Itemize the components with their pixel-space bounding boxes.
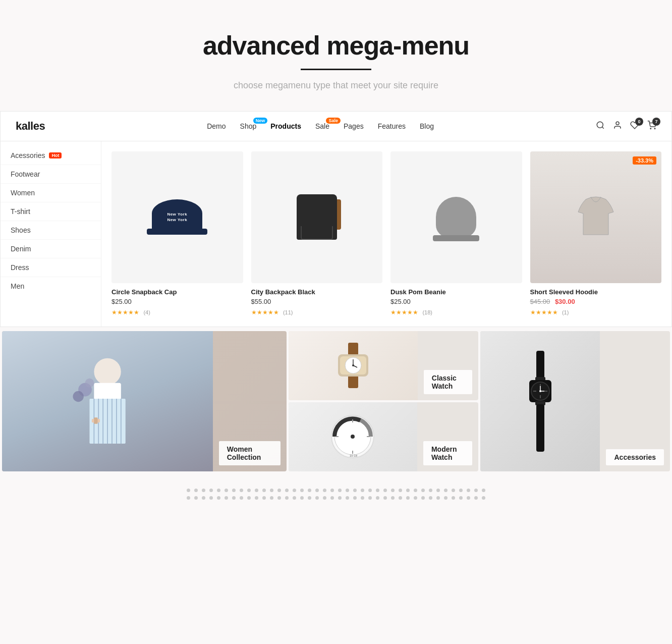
- pagination-dot[interactable]: [315, 496, 319, 500]
- pagination-dot[interactable]: [383, 496, 387, 500]
- pagination-dot[interactable]: [391, 496, 395, 500]
- pagination-dot[interactable]: [323, 496, 326, 500]
- nav-link-shop[interactable]: Shop: [240, 122, 257, 130]
- wishlist-icon[interactable]: 0: [630, 121, 639, 132]
- pagination-dot[interactable]: [308, 489, 311, 492]
- pagination-dot[interactable]: [459, 496, 463, 500]
- pagination-dot[interactable]: [361, 489, 364, 492]
- pagination-dot[interactable]: [406, 496, 410, 500]
- product-card-2[interactable]: City Backpack Black $55.00 ★★★★★ (11): [251, 151, 383, 316]
- pagination-dot[interactable]: [293, 489, 296, 492]
- pagination-dot[interactable]: [225, 489, 228, 492]
- nav-link-features[interactable]: Features: [378, 122, 406, 130]
- pagination-dot[interactable]: [436, 489, 440, 492]
- pagination-dot[interactable]: [368, 489, 372, 492]
- pagination-dot[interactable]: [232, 489, 236, 492]
- pagination-dot[interactable]: [277, 489, 281, 492]
- nav-item-pages[interactable]: Pages: [344, 122, 364, 131]
- pagination-dot[interactable]: [323, 489, 326, 492]
- user-icon[interactable]: [613, 121, 622, 132]
- pagination-dot[interactable]: [459, 489, 463, 492]
- pagination-dot[interactable]: [482, 489, 485, 492]
- pagination-dot[interactable]: [338, 496, 342, 500]
- pagination-dot[interactable]: [376, 489, 379, 492]
- pagination-dot[interactable]: [353, 489, 357, 492]
- banner-modern-watch[interactable]: 10·18 Modern Watch: [289, 402, 478, 471]
- pagination-dot[interactable]: [474, 489, 478, 492]
- cat-tshirt[interactable]: T-shirt: [1, 202, 101, 221]
- pagination-dot[interactable]: [346, 496, 349, 500]
- pagination-dot[interactable]: [247, 489, 251, 492]
- search-icon[interactable]: [596, 121, 605, 132]
- banner-accessories[interactable]: Accessories: [480, 331, 670, 471]
- pagination-dot[interactable]: [217, 489, 220, 492]
- pagination-dot[interactable]: [399, 489, 402, 492]
- nav-item-sale[interactable]: Sale Sale: [315, 122, 329, 131]
- pagination-dot[interactable]: [194, 489, 198, 492]
- product-card-3[interactable]: Dusk Pom Beanie $25.00 ★★★★★ (18): [390, 151, 522, 316]
- pagination-dot[interactable]: [277, 496, 281, 500]
- cat-accessories[interactable]: Acessories Hot: [1, 146, 101, 165]
- pagination-dot[interactable]: [399, 496, 402, 500]
- pagination-dot[interactable]: [285, 496, 289, 500]
- pagination-dot[interactable]: [232, 496, 236, 500]
- cat-footwear[interactable]: Footwear: [1, 165, 101, 184]
- pagination-dot[interactable]: [421, 496, 425, 500]
- banner-women[interactable]: Women Collection: [2, 331, 287, 471]
- nav-item-products[interactable]: Products: [270, 122, 301, 131]
- cat-denim[interactable]: Denim: [1, 240, 101, 258]
- cat-men[interactable]: Men: [1, 277, 101, 295]
- pagination-dot[interactable]: [209, 496, 213, 500]
- pagination-dot[interactable]: [270, 496, 273, 500]
- pagination-dot[interactable]: [202, 496, 205, 500]
- pagination-dot[interactable]: [414, 489, 417, 492]
- pagination-dot[interactable]: [353, 496, 357, 500]
- pagination-dot[interactable]: [376, 496, 379, 500]
- pagination-dot[interactable]: [247, 496, 251, 500]
- pagination-dot[interactable]: [300, 496, 304, 500]
- pagination-dot[interactable]: [429, 496, 432, 500]
- pagination-dot[interactable]: [467, 496, 470, 500]
- pagination-dot[interactable]: [452, 496, 455, 500]
- pagination-dot[interactable]: [474, 496, 478, 500]
- pagination-dot[interactable]: [421, 489, 425, 492]
- pagination-dot[interactable]: [255, 489, 258, 492]
- pagination-dot[interactable]: [406, 489, 410, 492]
- nav-link-blog[interactable]: Blog: [420, 122, 434, 130]
- pagination-dot[interactable]: [368, 496, 372, 500]
- pagination-dot[interactable]: [444, 496, 447, 500]
- nav-link-demo[interactable]: Demo: [207, 122, 226, 130]
- nav-item-blog[interactable]: Blog: [420, 122, 434, 131]
- banner-classic-watch[interactable]: Classic Watch: [289, 331, 478, 400]
- pagination-dot[interactable]: [452, 489, 455, 492]
- pagination-dot[interactable]: [225, 496, 228, 500]
- pagination-dot[interactable]: [300, 489, 304, 492]
- pagination-dot[interactable]: [414, 496, 417, 500]
- pagination-dot[interactable]: [330, 496, 334, 500]
- pagination-dot[interactable]: [338, 489, 342, 492]
- nav-item-features[interactable]: Features: [378, 122, 406, 131]
- pagination-dot[interactable]: [240, 496, 243, 500]
- cat-women[interactable]: Women: [1, 184, 101, 202]
- pagination-dot[interactable]: [262, 496, 266, 500]
- pagination-dot[interactable]: [262, 489, 266, 492]
- pagination-dot[interactable]: [202, 489, 205, 492]
- cart-icon[interactable]: 7: [647, 121, 656, 132]
- pagination-dot[interactable]: [361, 496, 364, 500]
- pagination-dot[interactable]: [383, 489, 387, 492]
- nav-link-pages[interactable]: Pages: [344, 122, 364, 130]
- nav-item-shop[interactable]: Shop New: [240, 122, 257, 131]
- pagination-dot[interactable]: [346, 489, 349, 492]
- nav-link-products[interactable]: Products: [270, 122, 301, 130]
- pagination-dot[interactable]: [240, 489, 243, 492]
- pagination-dot[interactable]: [315, 489, 319, 492]
- pagination-dot[interactable]: [187, 489, 190, 492]
- product-card-4[interactable]: -33.3% Short Sleeved Hoodie $45.00 $30.0…: [530, 151, 662, 316]
- product-card-1[interactable]: New YorkNew York Circle Snapback Cap $25…: [111, 151, 243, 316]
- pagination-dot[interactable]: [194, 496, 198, 500]
- pagination-dot[interactable]: [255, 496, 258, 500]
- pagination-dot[interactable]: [482, 496, 485, 500]
- brand-logo[interactable]: kalles: [16, 120, 45, 133]
- pagination-dot[interactable]: [270, 489, 273, 492]
- pagination-dot[interactable]: [308, 496, 311, 500]
